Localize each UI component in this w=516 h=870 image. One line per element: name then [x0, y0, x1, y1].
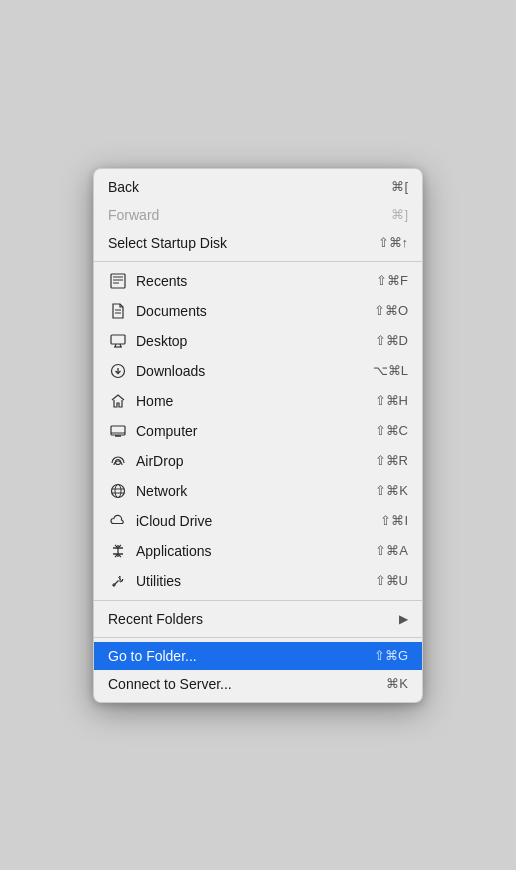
menu-item-home[interactable]: Home ⇧⌘H	[94, 386, 422, 416]
menu-item-go-to-folder[interactable]: Go to Folder... ⇧⌘G	[94, 642, 422, 670]
go-to-folder-shortcut: ⇧⌘G	[374, 648, 408, 663]
menu-item-select-startup-disk[interactable]: Select Startup Disk ⇧⌘↑	[94, 229, 422, 257]
svg-rect-12	[111, 426, 125, 435]
airdrop-label: AirDrop	[136, 453, 183, 469]
svg-rect-6	[111, 335, 125, 344]
select-startup-disk-label: Select Startup Disk	[108, 235, 227, 251]
back-shortcut: ⌘[	[391, 179, 408, 194]
home-shortcut: ⇧⌘H	[375, 393, 408, 408]
menu-item-recent-folders[interactable]: Recent Folders ▶	[94, 605, 422, 633]
recents-label: Recents	[136, 273, 187, 289]
computer-shortcut: ⇧⌘C	[375, 423, 408, 438]
documents-shortcut: ⇧⌘O	[374, 303, 408, 318]
menu-item-airdrop[interactable]: AirDrop ⇧⌘R	[94, 446, 422, 476]
desktop-icon	[108, 331, 128, 351]
menu-item-back[interactable]: Back ⌘[	[94, 173, 422, 201]
menu-section-recent-folders: Recent Folders ▶	[94, 601, 422, 637]
menu-item-icloud-drive[interactable]: iCloud Drive ⇧⌘I	[94, 506, 422, 536]
menu-item-computer[interactable]: Computer ⇧⌘C	[94, 416, 422, 446]
connect-to-server-shortcut: ⌘K	[386, 676, 408, 691]
menu-item-connect-to-server[interactable]: Connect to Server... ⌘K	[94, 670, 422, 698]
menu-item-network[interactable]: Network ⇧⌘K	[94, 476, 422, 506]
applications-label: Applications	[136, 543, 212, 559]
network-label: Network	[136, 483, 187, 499]
downloads-shortcut: ⌥⌘L	[373, 363, 408, 378]
svg-rect-0	[111, 274, 125, 288]
desktop-shortcut: ⇧⌘D	[375, 333, 408, 348]
svg-point-17	[112, 484, 125, 497]
menu-section-goto: Go to Folder... ⇧⌘G Connect to Server...…	[94, 638, 422, 702]
computer-label: Computer	[136, 423, 197, 439]
downloads-label: Downloads	[136, 363, 205, 379]
icloud-drive-label: iCloud Drive	[136, 513, 212, 529]
home-label: Home	[136, 393, 173, 409]
utilities-shortcut: ⇧⌘U	[375, 573, 408, 588]
recents-icon	[108, 271, 128, 291]
airdrop-shortcut: ⇧⌘R	[375, 453, 408, 468]
select-startup-disk-shortcut: ⇧⌘↑	[378, 235, 409, 250]
network-shortcut: ⇧⌘K	[375, 483, 408, 498]
menu-item-documents[interactable]: Documents ⇧⌘O	[94, 296, 422, 326]
utilities-label: Utilities	[136, 573, 181, 589]
menu-section-locations: Recents ⇧⌘F Documents ⇧⌘O	[94, 262, 422, 600]
documents-label: Documents	[136, 303, 207, 319]
forward-shortcut: ⌘]	[391, 207, 408, 222]
submenu-arrow-icon: ▶	[399, 612, 408, 626]
go-to-folder-label: Go to Folder...	[108, 648, 197, 664]
menu-item-desktop[interactable]: Desktop ⇧⌘D	[94, 326, 422, 356]
menu-item-forward[interactable]: Forward ⌘]	[94, 201, 422, 229]
menu-item-downloads[interactable]: Downloads ⌥⌘L	[94, 356, 422, 386]
menu-item-recents[interactable]: Recents ⇧⌘F	[94, 266, 422, 296]
recent-folders-label: Recent Folders	[108, 611, 203, 627]
airdrop-icon	[108, 451, 128, 471]
menu-item-utilities[interactable]: Utilities ⇧⌘U	[94, 566, 422, 596]
documents-icon	[108, 301, 128, 321]
svg-point-18	[115, 484, 121, 497]
desktop-label: Desktop	[136, 333, 187, 349]
context-menu: Back ⌘[ Forward ⌘] Select Startup Disk ⇧…	[93, 168, 423, 703]
utilities-icon	[108, 571, 128, 591]
icloud-drive-icon	[108, 511, 128, 531]
applications-shortcut: ⇧⌘A	[375, 543, 408, 558]
network-icon	[108, 481, 128, 501]
home-icon	[108, 391, 128, 411]
icloud-drive-shortcut: ⇧⌘I	[380, 513, 408, 528]
menu-section-navigation: Back ⌘[ Forward ⌘] Select Startup Disk ⇧…	[94, 169, 422, 261]
downloads-icon	[108, 361, 128, 381]
forward-label: Forward	[108, 207, 159, 223]
svg-line-24	[113, 580, 119, 586]
applications-icon	[108, 541, 128, 561]
menu-item-applications[interactable]: Applications ⇧⌘A	[94, 536, 422, 566]
recents-shortcut: ⇧⌘F	[376, 273, 408, 288]
computer-icon	[108, 421, 128, 441]
connect-to-server-label: Connect to Server...	[108, 676, 232, 692]
back-label: Back	[108, 179, 139, 195]
